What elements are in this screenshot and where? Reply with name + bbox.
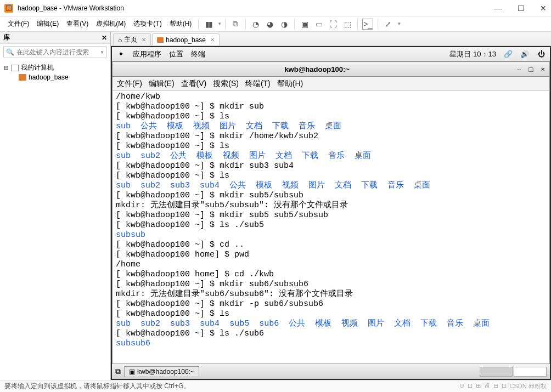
term-menu-view[interactable]: 查看(V) xyxy=(181,79,207,89)
close-button[interactable]: ✕ xyxy=(540,4,547,13)
device-icon[interactable]: ⊞ xyxy=(476,382,481,390)
term-close-button[interactable]: × xyxy=(541,65,545,73)
term-menu-terminal[interactable]: 终端(T) xyxy=(245,79,271,89)
dropdown-arrow-icon[interactable]: ▼ xyxy=(100,50,104,55)
gnome-topbar: ✦ 应用程序 位置 终端 星期日 10：13 🔗 🔊 ⏻ xyxy=(112,47,550,61)
device-icon[interactable]: ⊡ xyxy=(468,382,473,390)
main-menubar: 文件(F) 编辑(E) 查看(V) 虚拟机(M) 选项卡(T) 帮助(H) ▮▮… xyxy=(0,16,551,32)
gnome-apps[interactable]: 应用程序 xyxy=(133,49,161,59)
computer-icon xyxy=(11,65,19,71)
statusbar: 要将输入定向到该虚拟机，请将鼠标指针移入其中或按 Ctrl+G。 ⊙ ⊡ ⊞ 🖨… xyxy=(0,380,551,392)
device-icon[interactable]: ⊡ xyxy=(502,382,507,390)
gnome-terminal[interactable]: 终端 xyxy=(191,49,205,59)
status-text: 要将输入定向到该虚拟机，请将鼠标指针移入其中或按 Ctrl+G。 xyxy=(4,382,190,391)
search-input[interactable] xyxy=(16,48,99,56)
console-icon[interactable]: >_ xyxy=(362,19,373,30)
term-menu-edit[interactable]: 编辑(E) xyxy=(149,79,175,89)
snapshot-icon[interactable]: ⧉ xyxy=(230,19,241,30)
menu-file[interactable]: 文件(F) xyxy=(4,18,32,30)
home-icon: ⌂ xyxy=(118,36,122,44)
tree-vm-label: hadoop_base xyxy=(29,73,69,81)
device-icon[interactable]: ⊙ xyxy=(459,382,464,390)
menu-tabs[interactable]: 选项卡(T) xyxy=(130,18,165,30)
workspace-1[interactable] xyxy=(480,367,513,377)
workspace-pager[interactable] xyxy=(480,367,547,377)
minimize-button[interactable]: — xyxy=(494,4,502,13)
search-box[interactable]: 🔍 ▼ xyxy=(3,46,107,58)
power-icon[interactable]: ⏻ xyxy=(537,50,546,59)
show-desktop-icon[interactable]: ⧉ xyxy=(115,367,121,376)
library-sidebar: 库 ✕ 🔍 ▼ ⊟ 我的计算机 hadoop_base xyxy=(0,32,111,380)
device-icon[interactable]: ⊟ xyxy=(493,382,498,390)
vm-icon xyxy=(157,37,164,43)
vm-icon xyxy=(19,74,26,81)
menu-help[interactable]: 帮助(H) xyxy=(166,18,195,30)
maximize-button[interactable]: ☐ xyxy=(518,4,525,13)
gnome-places[interactable]: 位置 xyxy=(169,49,183,59)
term-max-button[interactable]: □ xyxy=(529,65,533,73)
library-header: 库 ✕ xyxy=(0,32,110,44)
workspace-2[interactable] xyxy=(514,367,547,377)
view2-icon[interactable]: ▭ xyxy=(313,19,324,30)
tab-vm-label: hadoop_base xyxy=(166,36,206,44)
window-titlebar: hadoop_base - VMware Workstation — ☐ ✕ xyxy=(0,0,551,16)
tree-vm-item[interactable]: hadoop_base xyxy=(3,73,107,82)
activities-icon[interactable]: ✦ xyxy=(116,50,125,59)
view4-icon[interactable]: ⬚ xyxy=(342,19,353,30)
dropdown-arrow-icon[interactable]: ▼ xyxy=(217,21,222,26)
close-sidebar-button[interactable]: ✕ xyxy=(102,34,107,42)
taskbar-task[interactable]: ▣ kwb@hadoop100:~ xyxy=(124,366,199,377)
window-controls: — ☐ ✕ xyxy=(494,4,547,13)
vm-display[interactable]: ✦ 应用程序 位置 终端 星期日 10：13 🔗 🔊 ⏻ kwb@hadoop1… xyxy=(111,46,551,380)
term-menu-help[interactable]: 帮助(H) xyxy=(277,79,303,89)
vmware-icon xyxy=(4,4,13,13)
tab-home[interactable]: ⌂ 主页 ✕ xyxy=(113,33,151,46)
term-menu-file[interactable]: 文件(F) xyxy=(117,79,142,89)
taskbar-task-label: kwb@hadoop100:~ xyxy=(137,368,194,376)
window-title: hadoop_base - VMware Workstation xyxy=(18,4,124,12)
term-min-button[interactable]: – xyxy=(517,65,521,73)
search-icon: 🔍 xyxy=(6,48,14,56)
view3-icon[interactable]: ⛶ xyxy=(328,19,339,30)
gnome-clock: 星期日 10：13 xyxy=(449,49,496,59)
tree-root-label: 我的计算机 xyxy=(21,63,54,72)
library-title: 库 xyxy=(3,33,10,42)
content-area: ⌂ 主页 ✕ hadoop_base ✕ ✦ 应用程序 位置 终端 星期日 10… xyxy=(111,32,551,380)
gnome-taskbar: ⧉ ▣ kwb@hadoop100:~ xyxy=(112,363,550,379)
vm-tree: ⊟ 我的计算机 hadoop_base xyxy=(0,60,110,84)
clock3-icon[interactable]: ◑ xyxy=(279,19,290,30)
vm-tabs: ⌂ 主页 ✕ hadoop_base ✕ xyxy=(111,32,551,46)
watermark: CSDN @粉权 xyxy=(510,382,547,390)
tab-home-label: 主页 xyxy=(124,35,137,44)
close-icon[interactable]: ✕ xyxy=(142,37,146,43)
terminal-output[interactable]: /home/kwb [ kwb@hadoop100 ~] $ mkdir sub… xyxy=(112,91,550,363)
device-icon[interactable]: 🖨 xyxy=(484,382,490,390)
volume-icon[interactable]: 🔊 xyxy=(520,50,529,59)
collapse-icon[interactable]: ⊟ xyxy=(3,65,9,71)
menu-view[interactable]: 查看(V) xyxy=(63,18,92,30)
view1-icon[interactable]: ▣ xyxy=(299,19,310,30)
terminal-title: kwb@hadoop100:~ xyxy=(117,65,517,73)
terminal-icon: ▣ xyxy=(129,368,135,376)
terminal-menubar: 文件(F) 编辑(E) 查看(V) 搜索(S) 终端(T) 帮助(H) xyxy=(112,77,550,91)
terminal-titlebar[interactable]: kwb@hadoop100:~ – □ × xyxy=(112,61,550,77)
menu-vm[interactable]: 虚拟机(M) xyxy=(93,18,129,30)
term-menu-search[interactable]: 搜索(S) xyxy=(213,79,239,89)
tab-vm[interactable]: hadoop_base ✕ xyxy=(152,33,220,46)
expand-icon[interactable]: ⤢ xyxy=(383,19,393,30)
clock-icon[interactable]: ◔ xyxy=(250,19,261,30)
dropdown-arrow-icon[interactable]: ▼ xyxy=(397,21,401,26)
close-icon[interactable]: ✕ xyxy=(210,37,215,43)
network-icon[interactable]: 🔗 xyxy=(504,50,513,59)
pause-icon[interactable]: ▮▮ xyxy=(203,19,214,30)
tree-root[interactable]: ⊟ 我的计算机 xyxy=(3,63,107,73)
menu-edit[interactable]: 编辑(E) xyxy=(33,18,62,30)
clock2-icon[interactable]: ◕ xyxy=(265,19,276,30)
